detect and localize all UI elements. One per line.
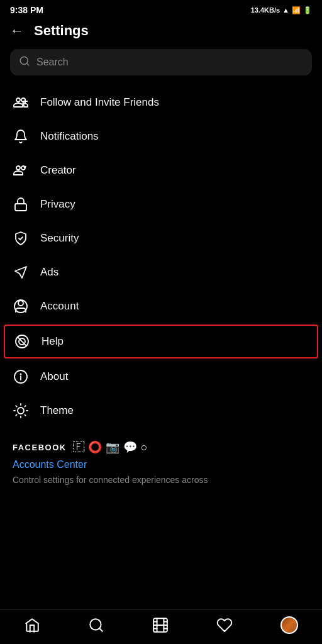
menu-label-theme: Theme [40,404,74,417]
lock-icon [13,196,29,213]
facebook-description: Control settings for connected experienc… [13,474,309,487]
theme-icon [13,402,29,419]
profile-avatar [280,616,298,634]
menu-label-follow: Follow and Invite Friends [40,96,159,109]
menu-label-help: Help [42,335,64,348]
status-bar: 9:38 PM 13.4KB/s ▲ 📶 🔋 [0,0,322,18]
creator-icon [13,162,29,179]
menu-label-creator: Creator [40,164,76,177]
search-bar[interactable]: Search [10,49,312,75]
network-speed: 13.4KB/s [251,6,280,14]
menu-label-about: About [40,370,68,383]
menu-item-theme[interactable]: Theme [0,394,322,428]
menu-label-ads: Ads [40,266,58,279]
facebook-section: FACEBOOK 🇫 ⭕ 📷 💬 ○ Accounts Center Contr… [0,430,322,489]
account-icon [13,298,29,314]
bottom-nav [0,609,322,644]
menu-item-ads[interactable]: Ads [0,255,322,289]
heart-icon [216,617,233,633]
menu-label-account: Account [40,300,79,313]
menu-item-follow[interactable]: Follow and Invite Friends [0,86,322,119]
main-content: ← Settings Search Follow and Invite Frie… [0,18,322,540]
menu-item-creator[interactable]: Creator [0,153,322,187]
menu-label-privacy: Privacy [40,198,75,211]
facebook-icons: 🇫 ⭕ 📷 💬 ○ [73,440,148,454]
svg-point-4 [14,300,27,313]
back-button[interactable]: ← [10,23,24,39]
search-placeholder: Search [36,57,69,68]
facebook-label: FACEBOOK [13,443,67,452]
menu-item-about[interactable]: About [0,360,322,394]
status-icons: 13.4KB/s ▲ 📶 🔋 [251,6,312,14]
svg-point-3 [18,301,23,306]
reels-icon [152,617,169,633]
signal-icon: ▲ [282,6,289,14]
follow-icon [13,94,29,111]
menu-item-notifications[interactable]: Notifications [0,119,322,153]
header: ← Settings [0,18,322,49]
battery-icon: 🔋 [303,6,312,14]
search-nav-icon [88,617,104,633]
nav-search[interactable] [88,617,104,633]
bell-icon [13,128,29,145]
shield-icon [13,230,29,247]
help-icon [14,333,30,350]
info-icon [13,369,29,385]
menu-list: Follow and Invite Friends Notifications … [0,83,322,430]
status-time: 9:38 PM [10,5,43,15]
search-icon [19,55,30,69]
facebook-icon: 🇫 [73,441,84,454]
menu-item-account[interactable]: Account [0,289,322,323]
svg-point-11 [18,408,24,414]
messenger-icon: ⭕ [88,440,102,454]
facebook-header: FACEBOOK 🇫 ⭕ 📷 💬 ○ [13,440,309,454]
home-icon [24,617,40,633]
menu-label-security: Security [40,232,79,245]
svg-point-9 [21,374,21,375]
menu-item-security[interactable]: Security [0,221,322,255]
wifi-icon: 📶 [292,6,301,14]
nav-home[interactable] [24,617,40,633]
whatsapp-icon: 💬 [123,440,137,454]
nav-heart[interactable] [216,617,233,633]
menu-label-notifications: Notifications [40,130,99,143]
svg-line-1 [26,63,28,65]
portal-icon: ○ [141,441,148,454]
instagram-icon: 📷 [106,440,119,454]
svg-line-13 [99,628,103,631]
page-title: Settings [34,23,89,39]
ads-icon [13,264,29,280]
menu-item-privacy[interactable]: Privacy [0,187,322,221]
accounts-center-link[interactable]: Accounts Center [13,459,309,470]
nav-reels[interactable] [152,617,169,633]
svg-rect-2 [15,204,26,211]
nav-profile[interactable] [280,616,298,634]
menu-item-help[interactable]: Help [4,325,318,358]
